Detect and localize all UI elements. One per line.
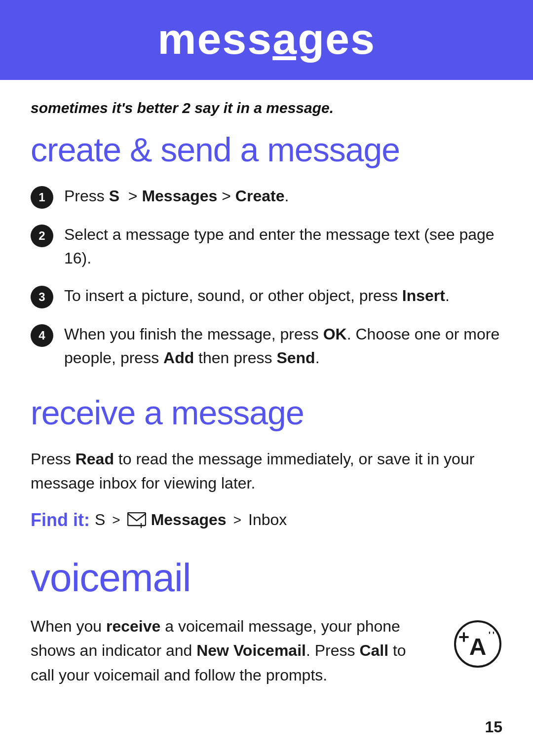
page-number: 15	[485, 718, 502, 736]
step-number-2: 2	[31, 225, 53, 247]
envelope-icon	[127, 512, 146, 528]
steps-list: 1 Press S > Messages > Create. 2 Select …	[31, 184, 502, 370]
step-number-1: 1	[31, 186, 53, 209]
step-item-2: 2 Select a message type and enter the me…	[31, 223, 502, 270]
find-it-label: Find it:	[31, 510, 90, 530]
voicemail-body-text: When you receive a voicemail message, yo…	[31, 614, 433, 688]
voicemail-heading: voicemail	[31, 555, 502, 601]
step-item-1: 1 Press S > Messages > Create.	[31, 184, 502, 209]
receive-heading: receive a message	[31, 394, 502, 431]
svg-text:': '	[489, 630, 491, 640]
voicemail-body-row: When you receive a voicemail message, yo…	[31, 614, 502, 688]
find-it-s: S	[95, 511, 105, 529]
subtitle-text: sometimes it's better 2 say it in a mess…	[31, 100, 502, 116]
step-number-4: 4	[31, 324, 53, 347]
arrow-2: >	[233, 512, 241, 528]
find-it-inbox: Inbox	[248, 511, 287, 529]
create-send-section: create & send a message 1 Press S > Mess…	[31, 131, 502, 370]
arrow-1: >	[112, 512, 120, 528]
find-it-line: Find it: S > Messages > Inbox	[31, 510, 502, 530]
receive-section: receive a message Press Read to read the…	[31, 394, 502, 530]
step-text-3: To insert a picture, sound, or other obj…	[64, 284, 502, 307]
svg-text:A: A	[469, 634, 487, 660]
app-title: messages	[0, 14, 533, 64]
svg-text:': '	[493, 630, 495, 640]
step-item-3: 3 To insert a picture, sound, or other o…	[31, 284, 502, 308]
voicemail-indicator-icon: A ' '	[453, 619, 502, 669]
create-send-heading: create & send a message	[31, 131, 502, 168]
step-text-4: When you finish the message, press OK. C…	[64, 322, 502, 370]
svg-rect-0	[128, 513, 146, 526]
step-item-4: 4 When you finish the message, press OK.…	[31, 322, 502, 370]
step-number-3: 3	[31, 286, 53, 308]
receive-body-text: Press Read to read the message immediate…	[31, 447, 502, 496]
voicemail-section: voicemail When you receive a voicemail m…	[31, 555, 502, 688]
main-content: sometimes it's better 2 say it in a mess…	[0, 80, 533, 737]
voicemail-icon-area: A ' '	[453, 614, 502, 669]
step-text-1: Press S > Messages > Create.	[64, 184, 502, 208]
header-banner: messages	[0, 0, 533, 80]
find-it-messages: Messages	[151, 511, 227, 529]
step-text-2: Select a message type and enter the mess…	[64, 223, 502, 270]
